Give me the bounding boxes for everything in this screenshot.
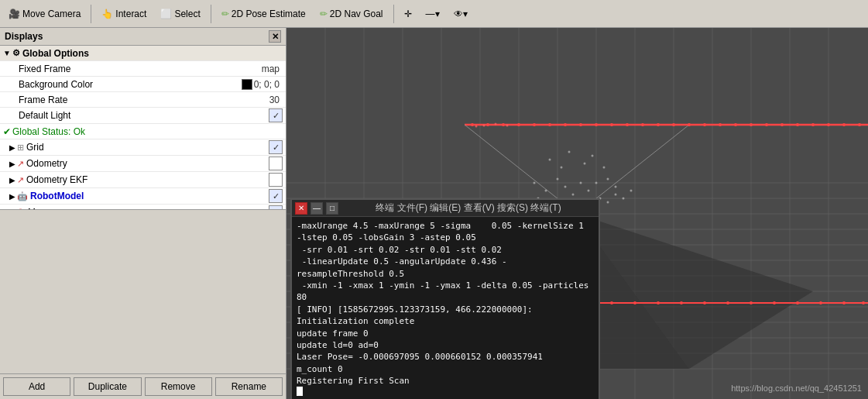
robot-model-checkbox[interactable] xyxy=(269,189,283,203)
svg-point-56 xyxy=(811,123,815,126)
odometry-ekf-arrow[interactable]: ▶ xyxy=(9,176,15,184)
svg-point-45 xyxy=(641,123,644,126)
odometry-ekf-label: Odometry EKF xyxy=(26,174,269,185)
global-status-check-icon: ✔ xyxy=(3,126,11,137)
crosshair-button[interactable]: ✛ xyxy=(399,3,417,25)
svg-point-85 xyxy=(862,301,865,304)
pose-estimate-button[interactable]: ✏ 2D Pose Estimate xyxy=(216,3,311,25)
terminal-maximize-button[interactable]: □ xyxy=(326,202,338,215)
terminal-cursor xyxy=(297,387,303,396)
svg-point-63 xyxy=(506,125,509,127)
svg-point-84 xyxy=(842,301,846,304)
move-camera-button[interactable]: 🎥 Move Camera xyxy=(3,3,86,25)
svg-point-96 xyxy=(557,178,559,181)
interact-label: Interact xyxy=(115,9,146,19)
terminal-window[interactable]: ✕ — □ 终端 文件(F) 编辑(E) 查看(V) 搜索(S) 终端(T) -… xyxy=(290,198,600,399)
rename-button[interactable]: Rename xyxy=(215,377,283,396)
svg-point-79 xyxy=(726,301,729,304)
grid-icon: ⊞ xyxy=(17,143,24,153)
svg-point-52 xyxy=(750,123,753,126)
remove-button[interactable]: Remove xyxy=(145,377,212,396)
eye-icon: 👁▾ xyxy=(454,9,468,19)
svg-point-46 xyxy=(657,123,660,126)
displays-tree: ▼ ⚙ Global Options Fixed Frame map Backg… xyxy=(0,46,286,209)
minus-button[interactable]: —▾ xyxy=(420,3,445,25)
svg-point-78 xyxy=(703,301,706,304)
svg-point-42 xyxy=(595,123,598,126)
separator-1 xyxy=(91,5,91,23)
svg-point-60 xyxy=(475,126,478,128)
grid-arrow[interactable]: ▶ xyxy=(9,143,15,152)
svg-point-53 xyxy=(765,123,768,126)
svg-point-50 xyxy=(719,123,722,126)
3d-view[interactable]: ✕ — □ 终端 文件(F) 编辑(E) 查看(V) 搜索(S) 终端(T) -… xyxy=(286,28,868,399)
fixed-frame-value[interactable]: map xyxy=(262,64,280,74)
svg-point-59 xyxy=(858,123,861,126)
terminal-title: 终端 文件(F) 编辑(E) 查看(V) 搜索(S) 终端(T) xyxy=(341,201,595,215)
odometry-row: ▶ ↗ Odometry xyxy=(0,156,286,172)
eye-button[interactable]: 👁▾ xyxy=(448,3,473,25)
svg-point-118 xyxy=(630,190,633,192)
terminal-close-button[interactable]: ✕ xyxy=(295,202,307,215)
odometry-ekf-checkbox[interactable] xyxy=(269,173,283,187)
displays-close-button[interactable]: ✕ xyxy=(269,30,281,43)
robot-model-arrow[interactable]: ▶ xyxy=(9,192,15,201)
svg-point-82 xyxy=(796,301,799,304)
interact-button[interactable]: 👆 Interact xyxy=(96,3,152,25)
global-status-row: ✔ Global Status: Ok xyxy=(0,124,286,139)
svg-point-76 xyxy=(657,301,660,304)
select-button[interactable]: ⬜ Select xyxy=(155,3,205,25)
svg-point-77 xyxy=(680,301,683,304)
svg-point-94 xyxy=(533,182,536,184)
svg-point-100 xyxy=(588,190,590,192)
svg-point-36 xyxy=(502,123,505,126)
svg-point-102 xyxy=(607,178,609,181)
pose-icon: ✏ xyxy=(221,9,229,19)
svg-point-44 xyxy=(626,123,629,126)
svg-point-81 xyxy=(773,301,776,304)
footer-buttons: Add Duplicate Remove Rename xyxy=(0,373,286,399)
svg-point-97 xyxy=(564,186,567,188)
displays-header: Displays ✕ xyxy=(0,28,286,46)
bottom-panel xyxy=(0,209,286,373)
svg-point-54 xyxy=(781,123,784,126)
svg-point-95 xyxy=(545,190,547,192)
svg-point-57 xyxy=(827,123,830,126)
duplicate-button[interactable]: Duplicate xyxy=(74,377,141,396)
svg-point-48 xyxy=(688,123,691,126)
displays-title: Displays xyxy=(5,31,43,42)
svg-point-62 xyxy=(495,123,497,126)
global-status-label: Global Status: Ok xyxy=(12,126,283,137)
svg-point-101 xyxy=(595,182,598,184)
robot-model-label: RobotModel xyxy=(30,191,269,201)
frame-rate-row: Frame Rate 30 xyxy=(0,92,286,108)
background-color-swatch[interactable] xyxy=(242,79,252,90)
odometry-checkbox[interactable] xyxy=(269,157,283,170)
watermark: https://blog.csdn.net/qq_42451251 xyxy=(731,384,862,393)
grid-checkbox[interactable] xyxy=(269,140,283,154)
terminal-titlebar: ✕ — □ 终端 文件(F) 编辑(E) 查看(V) 搜索(S) 终端(T) xyxy=(292,200,599,217)
global-options-arrow[interactable]: ▼ xyxy=(3,49,11,57)
fixed-frame-row: Fixed Frame map xyxy=(0,61,286,77)
robot-model-row: ▶ 🤖 RobotModel xyxy=(0,188,286,205)
svg-point-89 xyxy=(561,167,563,169)
background-color-row: Background Color 0; 0; 0 xyxy=(0,77,286,92)
svg-point-35 xyxy=(486,123,489,126)
nav-goal-button[interactable]: ✏ 2D Nav Goal xyxy=(314,3,389,25)
odometry-arrow[interactable]: ▶ xyxy=(9,160,15,168)
global-options-row[interactable]: ▼ ⚙ Global Options xyxy=(0,46,286,61)
fixed-frame-label: Fixed Frame xyxy=(19,64,262,74)
terminal-content: -maxUrange 4.5 -maxUrange 5 -sigma 0.05 … xyxy=(297,220,594,387)
terminal-minimize-button[interactable]: — xyxy=(310,202,323,215)
svg-point-74 xyxy=(610,301,613,304)
svg-point-49 xyxy=(703,123,706,126)
default-light-label: Default Light xyxy=(19,110,269,121)
add-button[interactable]: Add xyxy=(3,377,70,396)
terminal-body[interactable]: -maxUrange 4.5 -maxUrange 5 -sigma 0.05 … xyxy=(292,217,599,399)
watermark-text: https://blog.csdn.net/qq_42451251 xyxy=(731,384,862,393)
background-color-value[interactable]: 0; 0; 0 xyxy=(254,79,280,90)
frame-rate-value[interactable]: 30 xyxy=(269,95,280,105)
default-light-checkbox[interactable] xyxy=(269,108,283,122)
svg-point-92 xyxy=(592,155,594,157)
svg-point-47 xyxy=(672,123,675,126)
